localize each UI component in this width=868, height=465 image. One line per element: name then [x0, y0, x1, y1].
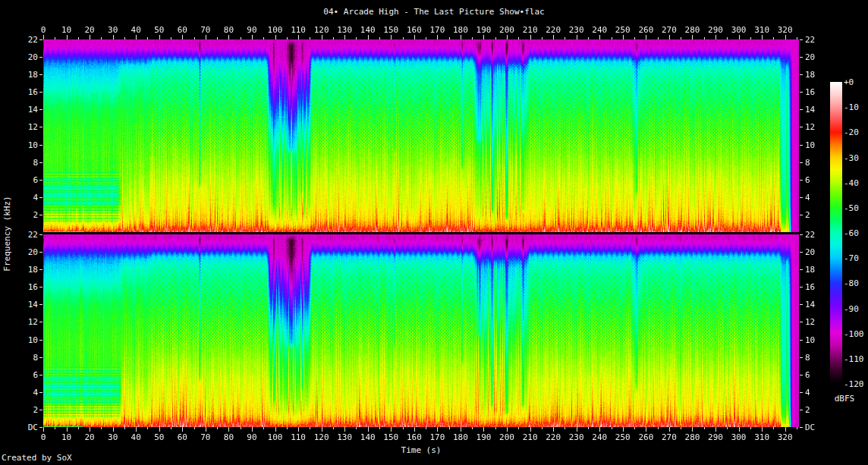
x-tick-label: 70: [200, 433, 210, 441]
x-tick-label: 220: [546, 433, 561, 441]
x-major-tick: [623, 35, 624, 39]
x-minor-tick: [217, 37, 218, 39]
y-tick: [800, 375, 803, 375]
y-tick-label: 8: [33, 353, 38, 361]
x-major-tick: [623, 427, 624, 432]
x-tick-label: 240: [592, 26, 607, 34]
x-major-tick: [206, 427, 206, 432]
x-minor-tick: [171, 37, 171, 39]
colorbar-tick-label: -110: [844, 354, 864, 363]
y-tick-label: 20: [805, 248, 815, 256]
y-tick-label: 4: [33, 193, 38, 201]
x-tick-label: 320: [778, 433, 793, 441]
x-minor-tick: [612, 427, 612, 429]
x-tick-label: 260: [638, 433, 653, 441]
y-tick: [39, 127, 42, 127]
y-tick-label: 4: [33, 388, 38, 396]
x-major-tick: [715, 35, 716, 39]
x-minor-tick: [472, 37, 473, 39]
x-minor-tick: [773, 427, 774, 429]
x-tick-label: 50: [154, 26, 164, 34]
y-tick: [39, 234, 42, 235]
x-minor-tick: [147, 427, 148, 429]
x-minor-tick: [588, 427, 589, 429]
x-major-tick: [90, 35, 90, 39]
x-major-tick: [739, 427, 740, 432]
colorbar-tick-label: -40: [844, 178, 859, 187]
y-tick: [39, 304, 42, 305]
x-minor-tick: [681, 37, 681, 39]
x-minor-tick: [449, 427, 450, 429]
y-tick: [800, 410, 803, 410]
y-tick: [800, 180, 803, 181]
x-tick-label: 150: [383, 26, 398, 34]
x-tick-label: 50: [154, 433, 164, 441]
x-major-tick: [252, 427, 253, 432]
x-minor-tick: [356, 427, 357, 429]
x-tick-label: 150: [383, 433, 398, 441]
y-tick: [39, 410, 42, 410]
x-tick-label: 310: [754, 433, 769, 441]
x-tick-label: 180: [453, 26, 468, 34]
x-tick-label: 250: [615, 433, 631, 441]
y-tick: [800, 109, 803, 110]
x-minor-tick: [101, 37, 102, 39]
x-tick-label: 90: [247, 433, 256, 441]
x-minor-tick: [78, 37, 79, 39]
x-minor-tick: [310, 37, 310, 39]
x-major-tick: [136, 427, 137, 432]
x-tick-label: 320: [778, 26, 793, 34]
x-major-tick: [344, 427, 345, 432]
y-tick: [39, 215, 42, 215]
y-tick: [800, 252, 803, 253]
x-major-tick: [530, 427, 531, 432]
x-major-tick: [252, 35, 253, 39]
y-tick: [800, 340, 803, 341]
y-tick-label: 16: [805, 283, 815, 291]
colorbar-tick-label: +0: [844, 78, 854, 86]
x-tick-label: 80: [224, 26, 234, 34]
x-minor-tick: [797, 37, 797, 39]
x-minor-tick: [658, 37, 659, 39]
x-major-tick: [391, 427, 392, 432]
y-tick-label: 12: [28, 123, 38, 131]
y-tick: [39, 252, 42, 253]
x-tick-label: 120: [314, 26, 329, 34]
x-tick-label: 60: [178, 433, 187, 441]
x-major-tick: [414, 35, 415, 39]
x-major-tick: [275, 35, 276, 39]
x-major-tick: [414, 427, 415, 432]
page-title: 04• Arcade High - The Last Picture Show•…: [323, 8, 544, 16]
x-minor-tick: [612, 37, 612, 39]
x-major-tick: [599, 35, 600, 39]
x-major-tick: [577, 427, 577, 432]
x-major-tick: [437, 35, 438, 39]
y-tick: [800, 74, 803, 75]
x-tick-label: 160: [407, 26, 422, 34]
x-major-tick: [298, 35, 299, 39]
x-major-tick: [530, 35, 531, 39]
x-major-tick: [762, 427, 763, 432]
y-tick-label: 10: [805, 140, 815, 149]
x-minor-tick: [171, 427, 171, 429]
x-major-tick: [599, 427, 600, 432]
x-tick-label: 240: [592, 433, 607, 441]
x-major-tick: [113, 35, 114, 39]
x-minor-tick: [263, 427, 264, 429]
x-major-tick: [322, 427, 322, 432]
x-major-tick: [762, 35, 763, 39]
x-tick-label: 140: [360, 26, 376, 34]
x-tick-label: 260: [638, 26, 653, 34]
x-minor-tick: [287, 37, 288, 39]
x-major-tick: [113, 427, 114, 432]
x-tick-label: 80: [224, 433, 234, 441]
x-major-tick: [298, 427, 299, 432]
x-major-tick: [437, 427, 438, 432]
x-minor-tick: [333, 427, 334, 429]
y-tick: [800, 162, 803, 163]
y-tick: [39, 427, 42, 428]
x-minor-tick: [449, 37, 450, 39]
y-tick-label: 6: [33, 370, 38, 379]
y-tick: [39, 392, 42, 393]
x-tick-label: 170: [429, 433, 445, 441]
